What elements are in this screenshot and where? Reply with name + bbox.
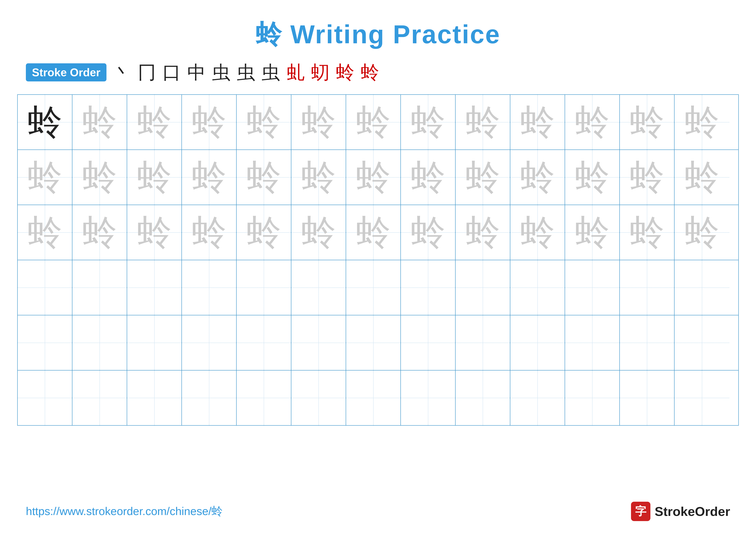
grid-cell[interactable]: 蛉	[620, 95, 675, 149]
stroke-7: 虫	[262, 63, 280, 81]
grid-cell[interactable]	[237, 370, 291, 425]
grid-cell[interactable]: 蛉	[675, 150, 729, 205]
grid-cell[interactable]: 蛉	[127, 150, 182, 205]
grid-cell[interactable]: 蛉	[565, 95, 620, 149]
grid-cell[interactable]	[620, 370, 675, 425]
grid-cell[interactable]	[18, 370, 72, 425]
grid-cell[interactable]: 蛉	[675, 95, 729, 149]
grid-cell[interactable]	[401, 370, 456, 425]
grid-cell[interactable]	[182, 260, 237, 315]
page-title: 蛉 Writing Practice	[0, 0, 756, 52]
grid-cell[interactable]	[401, 315, 456, 370]
grid-cell[interactable]	[127, 260, 182, 315]
grid-cell[interactable]	[127, 370, 182, 425]
grid-cell[interactable]	[565, 370, 620, 425]
grid-cell[interactable]: 蛉	[456, 150, 510, 205]
logo-text: StrokeOrder	[655, 504, 730, 519]
grid-cell[interactable]: 蛉	[565, 205, 620, 260]
grid-cell[interactable]	[456, 315, 510, 370]
grid-cell[interactable]	[291, 260, 346, 315]
grid-cell[interactable]: 蛉	[237, 95, 291, 149]
grid-cell[interactable]: 蛉	[346, 95, 401, 149]
grid-cell[interactable]	[456, 370, 510, 425]
grid-cell[interactable]	[346, 370, 401, 425]
grid-cell[interactable]: 蛉	[72, 150, 127, 205]
grid-cell[interactable]: 蛉	[401, 150, 456, 205]
grid-cell[interactable]: 蛉	[456, 95, 510, 149]
grid-cell[interactable]: 蛉	[18, 205, 72, 260]
grid-cell[interactable]	[565, 315, 620, 370]
grid-cell[interactable]: 蛉	[127, 95, 182, 149]
grid-cell[interactable]	[72, 260, 127, 315]
grid-row-1: 蛉蛉蛉蛉蛉蛉蛉蛉蛉蛉蛉蛉蛉	[18, 150, 738, 205]
grid-row-5	[18, 370, 738, 425]
grid-cell[interactable]: 蛉	[237, 205, 291, 260]
stroke-11: 蛉	[361, 63, 379, 81]
stroke-2: 冂	[138, 63, 156, 81]
practice-grid: 蛉蛉蛉蛉蛉蛉蛉蛉蛉蛉蛉蛉蛉蛉蛉蛉蛉蛉蛉蛉蛉蛉蛉蛉蛉蛉蛉蛉蛉蛉蛉蛉蛉蛉蛉蛉蛉蛉蛉	[17, 94, 739, 426]
footer-url: https://www.strokeorder.com/chinese/蛉	[26, 504, 223, 519]
grid-cell[interactable]: 蛉	[620, 150, 675, 205]
grid-cell[interactable]	[346, 260, 401, 315]
grid-cell[interactable]: 蛉	[620, 205, 675, 260]
grid-cell[interactable]	[127, 315, 182, 370]
grid-cell[interactable]: 蛉	[346, 150, 401, 205]
grid-cell[interactable]: 蛉	[18, 95, 72, 149]
grid-cell[interactable]	[182, 370, 237, 425]
grid-cell[interactable]	[72, 370, 127, 425]
grid-cell[interactable]	[510, 260, 565, 315]
grid-cell[interactable]: 蛉	[182, 150, 237, 205]
grid-cell[interactable]	[182, 315, 237, 370]
grid-row-3	[18, 260, 738, 315]
grid-cell[interactable]	[18, 260, 72, 315]
stroke-5: 虫	[212, 63, 230, 81]
stroke-10: 蛉	[336, 63, 354, 81]
grid-cell[interactable]: 蛉	[565, 150, 620, 205]
grid-cell[interactable]: 蛉	[18, 150, 72, 205]
stroke-order-badge: Stroke Order	[26, 63, 106, 81]
grid-cell[interactable]	[401, 260, 456, 315]
stroke-4: 中	[187, 63, 205, 81]
grid-cell[interactable]: 蛉	[182, 95, 237, 149]
grid-cell[interactable]	[18, 315, 72, 370]
grid-cell[interactable]: 蛉	[346, 205, 401, 260]
grid-cell[interactable]	[237, 315, 291, 370]
footer: https://www.strokeorder.com/chinese/蛉 字 …	[0, 502, 756, 521]
grid-cell[interactable]: 蛉	[510, 205, 565, 260]
grid-row-0: 蛉蛉蛉蛉蛉蛉蛉蛉蛉蛉蛉蛉蛉	[18, 95, 738, 150]
grid-cell[interactable]: 蛉	[182, 205, 237, 260]
grid-cell[interactable]: 蛉	[456, 205, 510, 260]
grid-cell[interactable]: 蛉	[510, 95, 565, 149]
grid-cell[interactable]	[291, 315, 346, 370]
grid-cell[interactable]	[565, 260, 620, 315]
grid-cell[interactable]	[510, 370, 565, 425]
grid-row-4	[18, 315, 738, 370]
grid-cell[interactable]	[237, 260, 291, 315]
grid-cell[interactable]	[291, 370, 346, 425]
title-text: Writing Practice	[282, 20, 500, 49]
grid-cell[interactable]: 蛉	[291, 95, 346, 149]
grid-cell[interactable]: 蛉	[237, 150, 291, 205]
grid-cell[interactable]	[72, 315, 127, 370]
grid-row-2: 蛉蛉蛉蛉蛉蛉蛉蛉蛉蛉蛉蛉蛉	[18, 205, 738, 260]
grid-cell[interactable]: 蛉	[401, 95, 456, 149]
grid-cell[interactable]: 蛉	[401, 205, 456, 260]
grid-cell[interactable]: 蛉	[291, 150, 346, 205]
grid-cell[interactable]	[675, 260, 729, 315]
footer-logo: 字 StrokeOrder	[631, 502, 730, 521]
grid-cell[interactable]: 蛉	[675, 205, 729, 260]
grid-cell[interactable]	[675, 315, 729, 370]
grid-cell[interactable]: 蛉	[510, 150, 565, 205]
grid-cell[interactable]: 蛉	[72, 205, 127, 260]
grid-cell[interactable]	[456, 260, 510, 315]
grid-cell[interactable]	[620, 315, 675, 370]
grid-cell[interactable]: 蛉	[291, 205, 346, 260]
grid-cell[interactable]	[346, 315, 401, 370]
grid-cell[interactable]: 蛉	[127, 205, 182, 260]
grid-cell[interactable]	[675, 370, 729, 425]
grid-cell[interactable]	[620, 260, 675, 315]
title-char: 蛉	[256, 20, 282, 49]
grid-cell[interactable]: 蛉	[72, 95, 127, 149]
grid-cell[interactable]	[510, 315, 565, 370]
logo-char: 字	[635, 504, 646, 519]
